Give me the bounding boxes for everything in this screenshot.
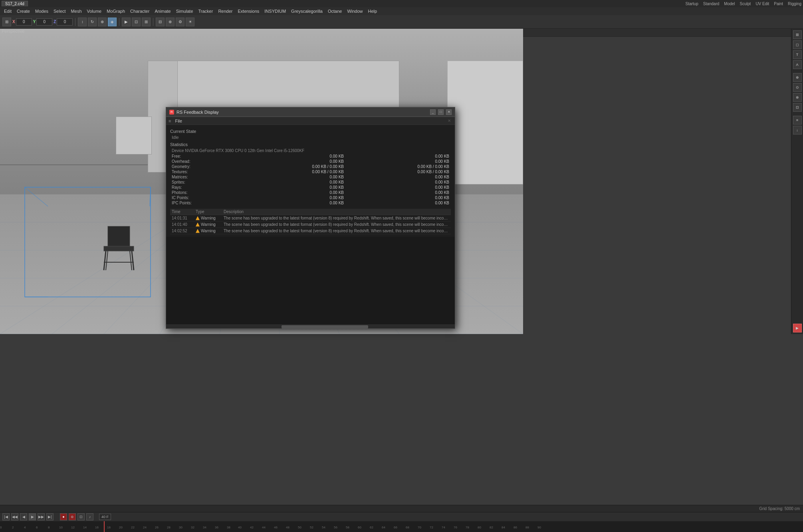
rp-btn-1[interactable]: ⊞ bbox=[793, 30, 802, 39]
svg-text:66: 66 bbox=[394, 526, 397, 529]
rs-horizontal-scrollbar[interactable] bbox=[166, 324, 455, 328]
btn-auto-key[interactable]: ⊕ bbox=[69, 513, 76, 520]
svg-text:10: 10 bbox=[59, 526, 63, 529]
svg-text:18: 18 bbox=[107, 526, 111, 529]
btn-active-tool[interactable]: ◈ bbox=[108, 18, 117, 26]
rp-btn-10[interactable]: ↓ bbox=[793, 126, 802, 134]
workspace-startup[interactable]: Startup bbox=[685, 2, 698, 6]
menu-insydium[interactable]: INSYDIUM bbox=[262, 8, 288, 14]
rs-feedback-dialog: R RS Feedback Display _ □ ✕ ≡ File ✕ Cur… bbox=[166, 107, 455, 329]
main-toolbar: ⊞ X Y Z ↕ ↻ ⊕ ◈ ▶ ⊡ ⊞ ⊟ ⊕ ⚙ ☀ bbox=[0, 15, 803, 29]
menu-animate[interactable]: Animate bbox=[152, 8, 173, 14]
btn-render-view[interactable]: ⊡ bbox=[132, 18, 141, 26]
workspace-sculpt[interactable]: Sculpt bbox=[740, 2, 751, 6]
rp-btn-8[interactable]: ⊡ bbox=[793, 103, 802, 112]
rs-dialog-close-x[interactable]: ✕ bbox=[446, 119, 452, 123]
menu-render[interactable]: Render bbox=[216, 8, 235, 14]
rs-stat-rays-val2: 0.00 KB bbox=[345, 185, 451, 190]
y-coord-input[interactable] bbox=[36, 18, 52, 26]
btn-keyframe-record[interactable]: ● bbox=[60, 513, 67, 520]
svg-text:28: 28 bbox=[167, 526, 171, 529]
frame-counter[interactable]: 40 F bbox=[99, 514, 111, 520]
btn-rotate[interactable]: ↻ bbox=[88, 18, 97, 26]
btn-scale[interactable]: ⊕ bbox=[98, 18, 107, 26]
rs-minimize-button[interactable]: _ bbox=[430, 109, 436, 115]
svg-text:14: 14 bbox=[83, 526, 87, 529]
rs-stat-matrices-val2: 0.00 KB bbox=[345, 174, 451, 180]
rs-stat-photons-label: Photons: bbox=[170, 190, 240, 195]
rs-log-rows: 14:01:31 Warning The scene has been upgr… bbox=[170, 215, 451, 234]
workspace-uv-edit[interactable]: UV Edit bbox=[755, 2, 769, 6]
menu-octane[interactable]: Octane bbox=[325, 8, 344, 14]
rp-btn-9[interactable]: ≡ bbox=[793, 116, 802, 125]
menu-tracker[interactable]: Tracker bbox=[196, 8, 216, 14]
rs-stat-free-val1: 0.00 KB bbox=[240, 154, 345, 159]
rp-btn-4[interactable]: A bbox=[793, 60, 802, 69]
svg-text:70: 70 bbox=[418, 526, 421, 529]
svg-text:74: 74 bbox=[442, 526, 445, 529]
btn-move[interactable]: ↕ bbox=[78, 18, 87, 26]
rs-stat-geometry-val2: 0.00 KB / 0.00 KB bbox=[345, 164, 451, 169]
rs-log-time-2: 14:02:52 bbox=[172, 229, 196, 233]
rs-device-info: Device NVIDIA GeForce RTX 3080 CPU 0 12t… bbox=[170, 148, 451, 154]
menu-character[interactable]: Character bbox=[128, 8, 152, 14]
btn-go-start[interactable]: |◀ bbox=[2, 513, 10, 520]
btn-grid[interactable]: ⊟ bbox=[156, 18, 165, 26]
rs-scrollbar-thumb[interactable] bbox=[282, 325, 368, 328]
y-axis-label: Y bbox=[33, 20, 36, 24]
svg-text:54: 54 bbox=[322, 526, 325, 529]
menu-create[interactable]: Create bbox=[14, 8, 32, 14]
x-coord-input[interactable] bbox=[16, 18, 32, 26]
rp-btn-3[interactable]: T bbox=[793, 50, 802, 59]
menu-window[interactable]: Window bbox=[345, 8, 365, 14]
rs-stat-sprites-label: Sprites: bbox=[170, 180, 240, 185]
rp-btn-5[interactable]: ⊕ bbox=[793, 73, 802, 82]
rs-log-row-0: 14:01:31 Warning The scene has been upgr… bbox=[170, 215, 451, 222]
menu-volume[interactable]: Volume bbox=[85, 8, 104, 14]
btn-play-back[interactable]: ◀ bbox=[20, 513, 27, 520]
rs-maximize-button[interactable]: □ bbox=[438, 109, 444, 115]
toolbar-sep3 bbox=[153, 18, 153, 26]
menu-mograph[interactable]: MoGraph bbox=[104, 8, 127, 14]
workspace-standard[interactable]: Standard bbox=[703, 2, 720, 6]
btn-step-forward[interactable]: ▶▶ bbox=[38, 513, 45, 520]
rp-btn-accent[interactable]: ▶ bbox=[793, 324, 802, 332]
rp-btn-2[interactable]: ◻ bbox=[793, 40, 802, 49]
timeline-track[interactable]: 0 2 4 6 8 10 12 14 16 18 20 22 24 26 28 … bbox=[0, 521, 803, 532]
menu-simulate[interactable]: Simulate bbox=[174, 8, 196, 14]
svg-text:52: 52 bbox=[310, 526, 313, 529]
rs-close-button[interactable]: ✕ bbox=[446, 109, 452, 115]
menu-help[interactable]: Help bbox=[366, 8, 380, 14]
x-axis-label: X bbox=[12, 20, 15, 24]
z-coord-input[interactable] bbox=[57, 18, 73, 26]
workspace-model[interactable]: Model bbox=[724, 2, 735, 6]
btn-step-back[interactable]: ◀◀ bbox=[11, 513, 18, 520]
btn-light[interactable]: ☀ bbox=[186, 18, 194, 26]
menu-edit[interactable]: Edit bbox=[2, 8, 14, 14]
btn-sound[interactable]: ♪ bbox=[86, 513, 93, 520]
btn-go-end[interactable]: ▶| bbox=[46, 513, 54, 520]
btn-snap[interactable]: ⊕ bbox=[166, 18, 174, 26]
toolbar-icon1[interactable]: ⊞ bbox=[2, 18, 11, 26]
menu-modes[interactable]: Modes bbox=[33, 8, 51, 14]
menu-select[interactable]: Select bbox=[51, 8, 68, 14]
svg-text:16: 16 bbox=[95, 526, 99, 529]
file-tab[interactable]: S17_2.c4d bbox=[2, 1, 28, 6]
btn-play-forward[interactable]: ▶ bbox=[29, 513, 36, 520]
btn-render[interactable]: ▶ bbox=[122, 18, 131, 26]
rs-stat-ipc-points-val2: 0.00 KB bbox=[345, 200, 451, 206]
btn-render-all[interactable]: ⊞ bbox=[142, 18, 151, 26]
workspace-rigging[interactable]: Rigging bbox=[788, 2, 801, 6]
menu-greyscale[interactable]: Greyscalegorilla bbox=[289, 8, 325, 14]
rp-btn-7[interactable]: ⊗ bbox=[793, 93, 802, 102]
rs-file-menu[interactable]: File bbox=[172, 118, 184, 124]
btn-motion-clip[interactable]: ⊡ bbox=[77, 513, 85, 520]
menu-mesh[interactable]: Mesh bbox=[69, 8, 84, 14]
svg-text:4: 4 bbox=[24, 526, 26, 529]
btn-settings[interactable]: ⚙ bbox=[176, 18, 184, 26]
menu-extensions[interactable]: Extensions bbox=[235, 8, 262, 14]
rp-btn-6[interactable]: ⊙ bbox=[793, 83, 802, 92]
rs-stat-geometry-val1: 0.00 KB / 0.00 KB bbox=[240, 164, 345, 169]
workspace-paint[interactable]: Paint bbox=[774, 2, 783, 6]
warning-icon-2 bbox=[196, 229, 200, 233]
